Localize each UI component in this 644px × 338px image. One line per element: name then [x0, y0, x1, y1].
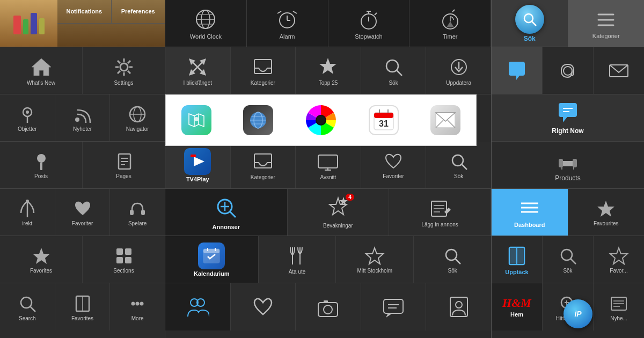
more-cell[interactable]: More — [110, 283, 165, 330]
sok-circle — [515, 5, 544, 34]
people-cell[interactable] — [165, 283, 231, 330]
more-icon — [127, 293, 148, 314]
upptatck-right-cell[interactable]: Upptäck — [492, 236, 543, 283]
topp25-cell[interactable]: Topp 25 — [296, 47, 361, 94]
calendar-popup-cell[interactable]: 31 — [369, 105, 399, 135]
grid-icon — [113, 245, 135, 267]
svg-marker-73 — [597, 201, 614, 217]
world-clock-icon — [193, 7, 218, 32]
people-icon — [186, 295, 209, 319]
appstore-nav-row: I blickfånget Kategorier Topp 25 Sök — [165, 47, 491, 94]
uppdatera-cell[interactable]: Uppdatera — [426, 47, 491, 94]
mitt-stockholm-cell[interactable]: Mitt Stockholm — [336, 236, 414, 283]
settings-cell[interactable]: Settings — [83, 47, 165, 94]
objetter-cell[interactable]: Objetter — [0, 94, 55, 141]
sok-tv-cell[interactable]: Sök — [426, 142, 491, 188]
pages-cell[interactable]: Pages — [83, 142, 165, 188]
nyheter-cell[interactable]: Nyheter — [55, 94, 111, 141]
sok-right-cell[interactable]: Sök — [543, 236, 594, 283]
svg-point-61 — [564, 67, 572, 75]
clock-row: World Clock Alarm Stopwatch — [165, 0, 491, 47]
svg-rect-18 — [40, 163, 42, 170]
ata-ute-cell[interactable]: Äta ute — [259, 236, 336, 283]
hem-cell[interactable]: H&M Hem — [492, 283, 543, 330]
favoriter-tv-cell[interactable]: Favoriter — [361, 142, 427, 188]
svg-rect-66 — [559, 159, 563, 167]
bevakningar-icon-wrap: 4 — [326, 196, 350, 222]
favourites-right-cell[interactable]: Favourites — [568, 189, 645, 236]
dashboard-cell[interactable]: Dashboard — [492, 189, 568, 236]
timer-cell[interactable]: Timer — [409, 0, 491, 47]
letter-popup-cell[interactable] — [430, 105, 460, 135]
alarm-cell[interactable]: Alarm — [247, 0, 328, 47]
annonser-cell[interactable]: Annonser — [165, 189, 288, 236]
svg-line-8 — [128, 61, 130, 63]
heart-bottom-cell[interactable] — [231, 283, 296, 330]
contacts-icon — [447, 295, 471, 319]
calendar-icon: 31 — [369, 105, 399, 135]
thumbtack-icon — [31, 151, 52, 172]
right-now-cell[interactable]: Right Now — [492, 94, 644, 141]
contacts-cell[interactable] — [426, 283, 491, 330]
kalendarium-cell[interactable]: Kalendarium — [165, 236, 259, 283]
posts-cell[interactable]: Posts — [0, 142, 83, 188]
inbox-tv-icon — [251, 150, 275, 173]
svg-point-13 — [75, 117, 79, 122]
notifications-button[interactable]: Notifications — [57, 0, 112, 23]
favor-partial-cell[interactable]: Favor... — [594, 236, 644, 283]
i-blickfanget-cell[interactable]: I blickfånget — [165, 47, 231, 94]
alarm-icon — [275, 7, 299, 32]
color-wheel-popup-cell[interactable] — [305, 104, 337, 136]
world-clock-cell[interactable]: World Clock — [165, 0, 247, 47]
sok-kalendarium-cell[interactable]: Sök — [414, 236, 491, 283]
camera-cell[interactable] — [296, 283, 361, 330]
search-left-cell[interactable]: Search — [0, 283, 55, 330]
kategorier-tv-cell[interactable]: Kategorier — [231, 142, 296, 188]
bevakningar-cell[interactable]: 4 Bevakningar — [288, 189, 390, 236]
favoriter-cell[interactable]: Favoriter — [55, 189, 111, 236]
star-icon — [31, 245, 52, 267]
avsnitt-cell[interactable]: Avsnitt — [296, 142, 361, 188]
karta-row — [492, 47, 644, 94]
message-icon — [382, 295, 405, 319]
kategorier-cell[interactable]: Kategorier — [231, 47, 296, 94]
navigator-cell[interactable]: Navigator — [110, 94, 165, 141]
preferences-button[interactable]: Preferences — [112, 0, 165, 23]
letter-icon — [430, 105, 460, 135]
svg-point-24 — [26, 200, 29, 203]
lagg-in-annons-cell[interactable]: Lägg in annons — [389, 189, 491, 236]
svg-rect-112 — [374, 113, 393, 118]
whats-new-cell[interactable]: What's New — [0, 47, 83, 94]
nyhe-partial-cell[interactable]: Nyhe... — [594, 283, 644, 330]
kategorier-top-cell[interactable]: Kategorier — [568, 0, 645, 47]
message-cell[interactable] — [361, 283, 427, 330]
left-row-6: Search Favorites More — [0, 283, 165, 330]
favorites-bottom-left-cell[interactable]: Favorites — [55, 283, 111, 330]
home-icon — [30, 55, 53, 79]
spelare-cell[interactable]: Spelare — [110, 189, 165, 236]
svg-line-55 — [452, 10, 455, 12]
tv4play-cell[interactable]: TV4Play — [165, 142, 231, 188]
maps-popup-cell[interactable] — [181, 105, 211, 135]
dashboard-icon — [518, 197, 541, 221]
mail-partial-cell[interactable] — [594, 47, 644, 94]
book-decoration — [13, 13, 45, 34]
sections-cell[interactable]: Sections — [83, 236, 165, 283]
sok-appstore-cell[interactable]: Sök — [361, 47, 427, 94]
svg-line-148 — [455, 259, 460, 264]
stopwatch-cell[interactable]: Stopwatch — [328, 0, 410, 47]
products-cell[interactable]: Products — [492, 142, 644, 188]
favorites-left-cell[interactable]: Favorites — [0, 236, 83, 283]
chat-bubble-right-cell[interactable] — [492, 47, 543, 94]
svg-rect-30 — [116, 257, 123, 263]
globe-popup-cell[interactable] — [243, 105, 273, 135]
at-symbol-cell[interactable] — [543, 47, 594, 94]
sok-tab[interactable]: Sök — [492, 0, 568, 47]
pin-icon — [17, 104, 38, 125]
annonser-icon-wrap — [213, 195, 239, 223]
news-icon — [608, 293, 630, 314]
search-tv-icon — [448, 151, 470, 172]
direkt-cell[interactable]: irekt — [0, 189, 55, 236]
star-fav-icon — [595, 198, 617, 219]
svg-line-57 — [532, 21, 536, 26]
